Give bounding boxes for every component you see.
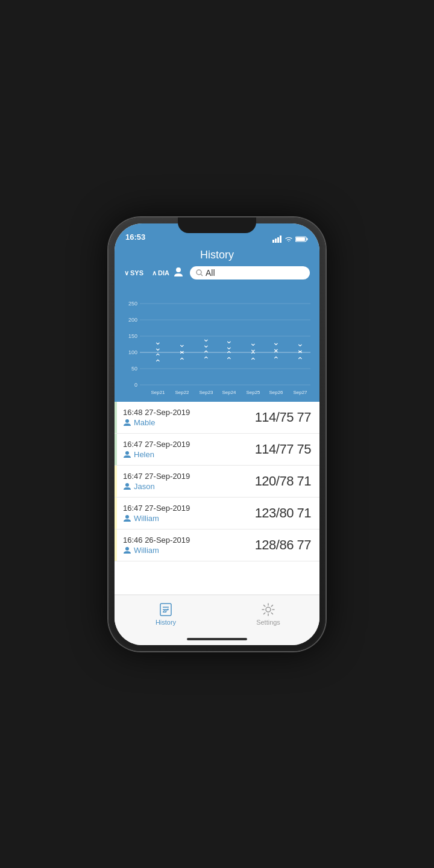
chart-area: 0 50 100 150 200 250 (119, 289, 315, 397)
record-datetime: 16:47 27-Sep-2019 (123, 440, 190, 449)
person-icon (123, 514, 131, 522)
svg-rect-3 (280, 236, 281, 243)
record-person: William (123, 514, 190, 523)
svg-text:⌃: ⌃ (154, 358, 162, 367)
svg-text:100: 100 (128, 349, 137, 355)
sort-sys-button[interactable]: ∨ SYS (124, 269, 143, 277)
record-datetime: 16:47 27-Sep-2019 (123, 472, 190, 481)
record-datetime: 16:47 27-Sep-2019 (123, 504, 190, 513)
history-tab-label: History (156, 619, 176, 626)
svg-text:⌄: ⌄ (154, 343, 162, 352)
record-datetime: 16:46 26-Sep-2019 (123, 535, 190, 545)
record-info: 16:47 27-Sep-2019 Jason (123, 472, 190, 491)
svg-text:Sep22: Sep22 (175, 390, 189, 395)
records-list: 16:48 27-Sep-2019 Mable 114/75 77 16:47 … (115, 402, 319, 595)
svg-text:⌃: ⌃ (250, 356, 257, 366)
svg-text:0: 0 (134, 382, 137, 388)
svg-text:⌃: ⌃ (178, 356, 186, 366)
record-person: William (123, 546, 190, 555)
svg-point-60 (125, 483, 129, 487)
search-value: All (206, 268, 215, 278)
status-time: 16:53 (125, 233, 145, 243)
svg-text:150: 150 (128, 333, 137, 339)
record-info: 16:47 27-Sep-2019 Helen (123, 440, 190, 459)
home-indicator (115, 633, 319, 645)
svg-text:Sep23: Sep23 (199, 390, 213, 395)
record-bp-pulse: 114/75 77 (255, 410, 311, 425)
svg-point-67 (266, 607, 271, 612)
status-icons (272, 236, 309, 243)
home-bar (187, 638, 247, 640)
svg-text:250: 250 (128, 301, 137, 307)
tab-bar: History Settings (115, 595, 319, 633)
svg-text:Sep25: Sep25 (246, 390, 260, 395)
svg-text:Sep24: Sep24 (222, 390, 236, 395)
app-header: History ∨ SYS ∧ DIA (115, 245, 319, 286)
record-info: 16:46 26-Sep-2019 William (123, 535, 190, 555)
svg-point-59 (125, 451, 129, 455)
record-item[interactable]: 16:47 27-Sep-2019 Jason 120/78 71 (115, 466, 319, 498)
record-info: 16:48 27-Sep-2019 Mable (123, 408, 190, 427)
notch (178, 217, 256, 233)
svg-rect-5 (296, 237, 305, 241)
person-icon (123, 546, 131, 554)
svg-rect-6 (307, 238, 308, 240)
svg-text:Sep26: Sep26 (269, 390, 283, 395)
person-icon (123, 450, 131, 458)
svg-point-62 (125, 547, 129, 551)
record-item[interactable]: 16:48 27-Sep-2019 Mable 114/75 77 (115, 402, 319, 434)
svg-rect-10 (121, 289, 313, 397)
svg-text:200: 200 (128, 317, 137, 323)
record-bp-pulse: 120/78 71 (255, 473, 311, 489)
person-icon (123, 482, 131, 490)
record-person: Helen (123, 450, 190, 459)
history-tab-icon (158, 602, 174, 617)
svg-text:⌃: ⌃ (225, 355, 233, 365)
record-bp-pulse: 123/80 71 (255, 505, 311, 521)
record-datetime: 16:48 27-Sep-2019 (123, 408, 190, 417)
record-bp-pulse: 128/86 77 (255, 537, 311, 553)
svg-point-7 (176, 267, 181, 272)
svg-text:50: 50 (131, 366, 137, 372)
wifi-icon (285, 236, 293, 242)
tab-settings[interactable]: Settings (217, 595, 319, 633)
record-person: Jason (123, 482, 190, 491)
svg-text:Sep27: Sep27 (293, 390, 307, 395)
person-icon (173, 266, 184, 277)
record-info: 16:47 27-Sep-2019 William (123, 504, 190, 523)
person-filter-button[interactable] (173, 266, 184, 280)
phone-frame: 16:53 (108, 217, 326, 651)
record-item[interactable]: 16:47 27-Sep-2019 Helen 114/77 75 (115, 434, 319, 466)
record-bp-pulse: 114/77 75 (255, 442, 311, 457)
tab-history[interactable]: History (115, 595, 217, 633)
svg-point-58 (125, 419, 129, 423)
svg-text:⌃: ⌃ (203, 355, 210, 364)
sort-dia-label: DIA (158, 269, 169, 276)
svg-rect-2 (277, 237, 279, 243)
settings-tab-icon (260, 602, 276, 617)
sort-sys-arrow: ∨ (124, 269, 129, 277)
signal-icon (272, 236, 282, 243)
svg-point-61 (125, 515, 129, 519)
sort-sys-label: SYS (130, 269, 143, 276)
search-bar[interactable]: All (190, 266, 310, 279)
sort-dia-arrow: ∧ (152, 269, 157, 277)
settings-tab-label: Settings (256, 619, 280, 626)
svg-rect-1 (275, 239, 277, 243)
person-icon (123, 418, 131, 426)
record-person: Mable (123, 418, 190, 427)
svg-point-8 (197, 270, 201, 275)
chart-container: 0 50 100 150 200 250 (115, 286, 319, 402)
svg-line-9 (201, 274, 203, 276)
svg-text:⌃: ⌃ (297, 355, 304, 365)
battery-icon (295, 236, 309, 243)
page-title: History (124, 249, 310, 261)
record-item[interactable]: 16:46 26-Sep-2019 William 128/86 77 (115, 529, 319, 561)
search-icon (196, 269, 203, 276)
bp-chart: 0 50 100 150 200 250 (119, 289, 315, 397)
phone-screen: 16:53 (115, 223, 319, 645)
record-item[interactable]: 16:47 27-Sep-2019 William 123/80 71 (115, 498, 319, 529)
svg-text:⌃: ⌃ (272, 355, 280, 364)
sort-dia-button[interactable]: ∧ DIA (152, 269, 169, 277)
header-controls: ∨ SYS ∧ DIA (124, 266, 310, 280)
